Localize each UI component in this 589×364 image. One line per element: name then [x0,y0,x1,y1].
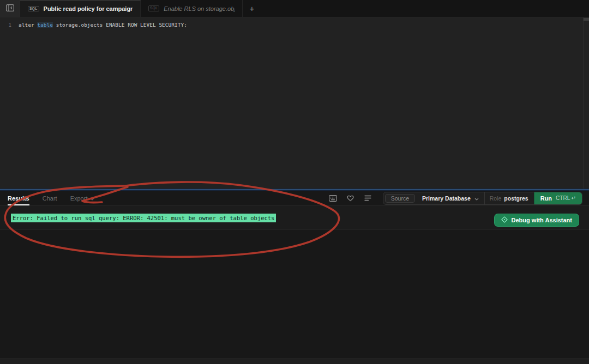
editor-tab-bar: SQL Public read policy for campaignImage… [0,0,589,17]
run-button[interactable]: Run CTRL ↵ [534,192,582,204]
selected-error-text: Error: Failed to run sql query: ERROR: 4… [11,214,276,222]
favorite-button[interactable] [346,193,356,203]
tab-label: Enable RLS on storage.objects [164,5,235,12]
debug-with-assistant-button[interactable]: Debug with Assistant [494,214,579,227]
results-empty-area [0,229,589,359]
editor-scrollbar-thumb[interactable] [584,18,589,21]
chevron-down-icon [90,195,94,202]
editor-scrollbar-track [583,17,584,189]
results-tabs: Results Chart Export [8,191,94,205]
sql-badge: SQL [148,5,159,11]
tab-label: Public read policy for campaignImages [44,5,133,12]
plus-icon: + [250,4,255,13]
tab-chart[interactable]: Chart [43,191,57,205]
sql-statement: alter table storage.objects ENABLE ROW L… [19,22,187,28]
align-lines-icon [364,195,371,201]
assistant-diamond-icon [501,216,508,224]
tab-enable-rls[interactable]: SQL Enable RLS on storage.objects [141,0,243,17]
results-panel: Error: Failed to run sql query: ERROR: 4… [0,206,589,359]
database-select[interactable]: Primary Database [417,192,484,204]
new-tab-button[interactable]: + [243,0,261,17]
role-select[interactable]: Role postgres [485,192,534,204]
sql-code-editor[interactable]: 1 alter table storage.objects ENABLE ROW… [0,17,589,189]
collapse-sidebar-icon [6,4,14,14]
chevron-down-icon [474,195,479,202]
run-settings-group: Source Primary Database Role postgres Ru… [383,192,582,205]
line-number: 1 [0,22,19,28]
source-button[interactable]: Source [385,194,415,203]
run-shortcut-hint: CTRL ↵ [556,195,576,201]
results-toolbar: Results Chart Export [0,191,589,206]
code-line-1: 1 alter table storage.objects ENABLE ROW… [0,20,589,30]
results-toolbar-actions: Source Primary Database Role postgres Ru… [328,192,582,205]
tab-results[interactable]: Results [8,191,29,205]
keyboard-shortcuts-button[interactable] [328,193,338,203]
sql-badge: SQL [28,6,39,12]
sql-keyword: table [37,22,53,28]
keyboard-icon [329,195,337,202]
format-button[interactable] [363,193,373,203]
sql-editor-app: SQL Public read policy for campaignImage… [0,0,589,364]
heart-icon [347,195,354,202]
tab-export[interactable]: Export [70,191,95,205]
bottom-strip [0,359,589,364]
tab-public-read-policy[interactable]: SQL Public read policy for campaignImage… [20,0,141,17]
collapse-sidebar-button[interactable] [0,0,20,17]
query-error-output[interactable]: Error: Failed to run sql query: ERROR: 4… [11,214,276,223]
